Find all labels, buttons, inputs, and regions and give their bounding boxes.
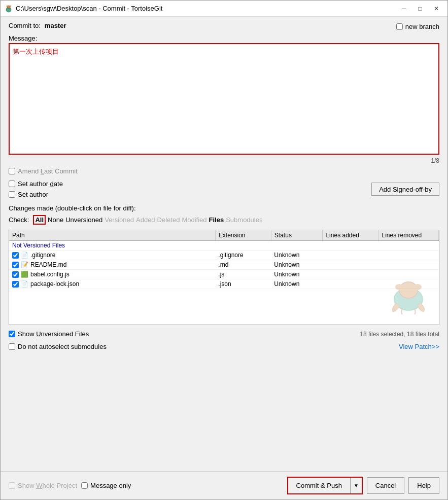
- amend-checkbox[interactable]: [9, 168, 15, 174]
- check-label: Check:: [9, 216, 29, 224]
- commit-to-section: Commit to: master new branch: [9, 22, 439, 31]
- new-branch-checkbox-label[interactable]: new branch: [396, 23, 439, 30]
- commit-to-label: Commit to:: [9, 22, 41, 29]
- file-path-cell-1: 📝 README.md: [9, 260, 215, 270]
- close-button[interactable]: ✕: [429, 3, 443, 14]
- title-bar: C:\Users\sgw\Desktop\scan - Commit - Tor…: [1, 1, 447, 17]
- file-icon-0: 📄: [21, 252, 28, 259]
- do-not-autoselect-checkbox[interactable]: [9, 343, 15, 350]
- table-row[interactable]: 📄 .gitignore .gitignore Unknown: [9, 251, 439, 260]
- check-deleted-link[interactable]: Deleted: [157, 216, 180, 224]
- new-branch-checkbox[interactable]: [396, 23, 403, 30]
- show-unversioned-text: Show Unversioned Files: [18, 330, 89, 338]
- set-author-date-checkbox[interactable]: [9, 181, 15, 187]
- check-unversioned-link[interactable]: Unversioned: [65, 216, 102, 224]
- cancel-button[interactable]: Cancel: [367, 477, 404, 494]
- file-ext-cell-2: .js: [215, 270, 271, 279]
- app-icon: [5, 5, 13, 13]
- author-options-left: Set author date Set author: [9, 180, 63, 198]
- maximize-button[interactable]: □: [413, 3, 427, 14]
- file-checkbox-2[interactable]: [12, 271, 19, 278]
- message-label: Message:: [9, 34, 439, 42]
- show-whole-project-label[interactable]: Show Whole Project: [9, 482, 77, 489]
- file-added-cell-0: [323, 251, 378, 260]
- file-removed-cell-3: [378, 279, 439, 289]
- footer: Show Whole Project Message only Commit &…: [1, 471, 447, 499]
- do-not-autoselect-label[interactable]: Do not autoselect submodules: [9, 343, 107, 350]
- file-added-cell-1: [323, 260, 378, 270]
- table-row[interactable]: 🟩 babel.config.js .js Unknown: [9, 270, 439, 279]
- file-status-cell-0: Unknown: [271, 251, 323, 260]
- svg-point-3: [10, 5, 11, 7]
- show-whole-project-checkbox[interactable]: [9, 482, 15, 489]
- message-only-checkbox[interactable]: [81, 482, 88, 489]
- check-row: Check: All None Unversioned Versioned Ad…: [9, 215, 439, 225]
- check-none-link[interactable]: None: [48, 216, 63, 224]
- message-only-label[interactable]: Message only: [81, 482, 131, 489]
- check-files-link[interactable]: Files: [209, 216, 224, 224]
- show-unversioned-label[interactable]: Show Unversioned Files: [9, 330, 89, 338]
- set-author-checkbox[interactable]: [9, 191, 15, 198]
- commit-push-button[interactable]: Commit & Push: [288, 478, 351, 493]
- main-window: C:\Users\sgw\Desktop\scan - Commit - Tor…: [0, 0, 448, 500]
- set-author-text: Set author: [18, 191, 48, 198]
- main-content: Commit to: master new branch Message: 第一…: [1, 17, 447, 471]
- branch-name: master: [45, 22, 66, 29]
- file-table: Path Extension Status Lines added Lines …: [9, 230, 439, 289]
- col-status-header: Status: [271, 230, 323, 241]
- do-not-autoselect-row: Do not autoselect submodules: [9, 343, 107, 350]
- file-removed-cell-1: [378, 260, 439, 270]
- commit-push-dropdown-button[interactable]: ▼: [351, 478, 362, 493]
- file-checkbox-3[interactable]: [12, 281, 19, 288]
- col-path-header: Path: [9, 230, 215, 241]
- footer-left: Show Whole Project Message only: [9, 482, 131, 489]
- set-author-date-text: Set author date: [18, 180, 63, 188]
- svg-point-2: [7, 5, 8, 7]
- table-row[interactable]: 📄 package-lock.json .json Unknown: [9, 279, 439, 289]
- file-path-cell: 📄 .gitignore: [9, 251, 215, 260]
- col-removed-header: Lines removed: [378, 230, 439, 241]
- window-title: C:\Users\sgw\Desktop\scan - Commit - Tor…: [16, 5, 397, 12]
- check-submodules-link[interactable]: Submodules: [226, 216, 262, 224]
- author-options-row: Set author date Set author Add Signed-of…: [9, 180, 439, 198]
- new-branch-label: new branch: [405, 23, 439, 30]
- bottom-options-row: Show Unversioned Files 18 files selected…: [9, 330, 439, 338]
- file-status-cell-1: Unknown: [271, 260, 323, 270]
- file-icon-2: 🟩: [21, 271, 28, 278]
- check-added-link[interactable]: Added: [136, 216, 155, 224]
- commit-push-container: Commit & Push ▼: [287, 477, 363, 494]
- minimize-button[interactable]: ─: [397, 3, 411, 14]
- files-summary: 18 files selected, 18 files total: [360, 331, 439, 338]
- file-path-cell-2: 🟩 babel.config.js: [9, 270, 215, 279]
- help-button[interactable]: Help: [408, 477, 439, 494]
- set-author-label[interactable]: Set author: [9, 191, 63, 198]
- file-table-scroll[interactable]: Path Extension Status Lines added Lines …: [9, 230, 439, 325]
- check-all-link[interactable]: All: [33, 215, 46, 225]
- file-ext-cell-1: .md: [215, 260, 271, 270]
- col-ext-header: Extension: [215, 230, 271, 241]
- footer-right: Commit & Push ▼ Cancel Help: [287, 477, 439, 494]
- amend-checkbox-label[interactable]: Amend Last Commit: [9, 167, 78, 175]
- file-removed-cell-2: [378, 270, 439, 279]
- file-status-cell-2: Unknown: [271, 270, 323, 279]
- file-table-container: Path Extension Status Lines added Lines …: [9, 230, 439, 325]
- view-patch-link[interactable]: View Patch>>: [399, 343, 439, 350]
- col-added-header: Lines added: [323, 230, 378, 241]
- show-unversioned-checkbox[interactable]: [9, 331, 15, 337]
- check-versioned-link[interactable]: Versioned: [105, 216, 134, 224]
- message-input[interactable]: 第一次上传项目: [9, 43, 439, 155]
- window-controls: ─ □ ✕: [397, 3, 443, 14]
- table-row[interactable]: 📝 README.md .md Unknown: [9, 260, 439, 270]
- check-modified-link[interactable]: Modified: [182, 216, 206, 224]
- file-ext-cell-0: .gitignore: [215, 251, 271, 260]
- message-counter: 1/8: [9, 157, 439, 164]
- do-not-autoselect-text: Do not autoselect submodules: [18, 343, 107, 350]
- file-checkbox-0[interactable]: [12, 252, 19, 259]
- file-removed-cell-0: [378, 251, 439, 260]
- file-added-cell-3: [323, 279, 378, 289]
- file-checkbox-1[interactable]: [12, 262, 19, 268]
- show-unversioned-row: Show Unversioned Files: [9, 330, 89, 338]
- add-signed-off-button[interactable]: Add Signed-off-by: [371, 183, 439, 196]
- set-author-date-label[interactable]: Set author date: [9, 180, 63, 188]
- commit-to-row: Commit to: master: [9, 22, 66, 29]
